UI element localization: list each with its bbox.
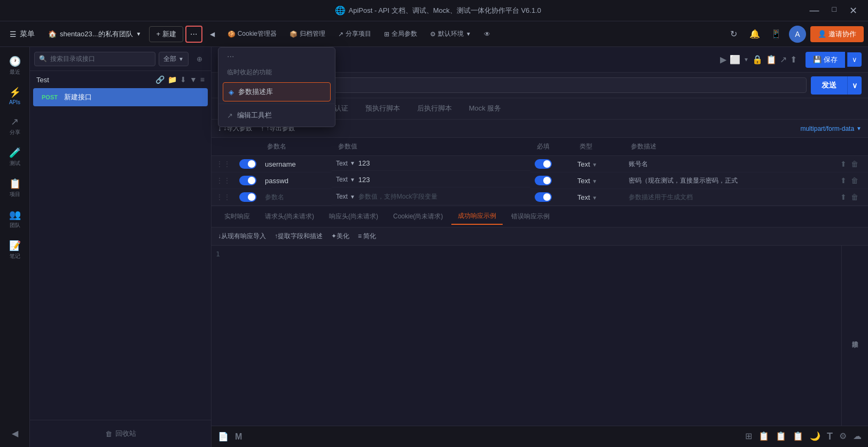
dropdown-item-edit-toolbar[interactable]: ↗ 编辑工具栏 (218, 106, 335, 124)
param-desc-item-label: 参数描述库 (238, 87, 273, 97)
dropdown-more-dots: ··· (218, 50, 335, 64)
dropdown-item-param-desc[interactable]: ◈ 参数描述库 (223, 82, 331, 101)
edit-toolbar-icon: ↗ (227, 112, 233, 120)
dropdown-popup: ··· 临时收起的功能 ◈ 参数描述库 ↗ 编辑工具栏 (218, 47, 335, 127)
edit-toolbar-label: 编辑工具栏 (237, 111, 272, 120)
param-desc-icon: ◈ (229, 88, 234, 96)
dropdown-overlay[interactable] (0, 0, 868, 447)
dropdown-section-title: 临时收起的功能 (218, 64, 335, 81)
dropdown-divider (218, 104, 335, 104)
